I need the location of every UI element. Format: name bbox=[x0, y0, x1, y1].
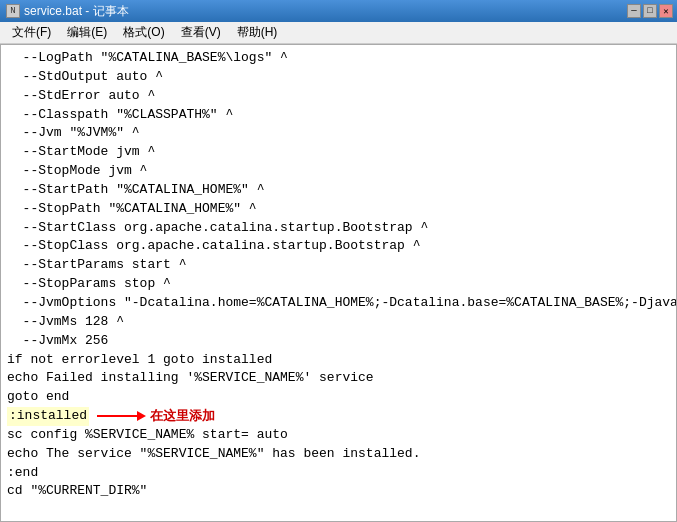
editor-line: --StdError auto ^ bbox=[7, 87, 670, 106]
editor-line: --StartPath "%CATALINA_HOME%" ^ bbox=[7, 181, 670, 200]
editor-line: --StopClass org.apache.catalina.startup.… bbox=[7, 237, 670, 256]
editor-line: --Classpath "%CLASSPATH%" ^ bbox=[7, 106, 670, 125]
highlighted-line: :installed在这里添加 bbox=[7, 407, 670, 426]
sc-config-line: :installed bbox=[7, 407, 89, 426]
menu-format[interactable]: 格式(O) bbox=[115, 22, 172, 43]
editor-line: cd "%CURRENT_DIR%" bbox=[7, 482, 670, 501]
app-icon: N bbox=[6, 4, 20, 18]
editor-line: --StartParams start ^ bbox=[7, 256, 670, 275]
echo-installed-line: sc config %SERVICE_NAME% start= auto bbox=[7, 426, 670, 445]
title-bar: N service.bat - 记事本 ─ □ ✕ bbox=[0, 0, 677, 22]
editor-line: goto end bbox=[7, 388, 670, 407]
editor-line: --JvmMx 256 bbox=[7, 332, 670, 351]
editor-line: --StartMode jvm ^ bbox=[7, 143, 670, 162]
arrow-shaft bbox=[97, 415, 137, 417]
editor-line: echo The service "%SERVICE_NAME%" has be… bbox=[7, 445, 670, 464]
editor-line: --JvmOptions "-Dcatalina.home=%CATALINA_… bbox=[7, 294, 670, 313]
editor-content: --LogPath "%CATALINA_BASE%\logs" ^ --Std… bbox=[1, 45, 676, 505]
window-title: service.bat - 记事本 bbox=[24, 3, 129, 20]
window-controls: ─ □ ✕ bbox=[627, 4, 673, 18]
minimize-button[interactable]: ─ bbox=[627, 4, 641, 18]
editor-line: :end bbox=[7, 464, 670, 483]
maximize-button[interactable]: □ bbox=[643, 4, 657, 18]
annotation-label: 在这里添加 bbox=[150, 407, 215, 426]
menu-bar: 文件(F) 编辑(E) 格式(O) 查看(V) 帮助(H) bbox=[0, 22, 677, 44]
editor-area[interactable]: --LogPath "%CATALINA_BASE%\logs" ^ --Std… bbox=[0, 44, 677, 522]
editor-line: --StopPath "%CATALINA_HOME%" ^ bbox=[7, 200, 670, 219]
editor-line: --Jvm "%JVM%" ^ bbox=[7, 124, 670, 143]
annotation-arrow: 在这里添加 bbox=[97, 407, 215, 426]
editor-line: if not errorlevel 1 goto installed bbox=[7, 351, 670, 370]
close-button[interactable]: ✕ bbox=[659, 4, 673, 18]
editor-line: --StopMode jvm ^ bbox=[7, 162, 670, 181]
editor-line: echo Failed installing '%SERVICE_NAME%' … bbox=[7, 369, 670, 388]
editor-line: --StdOutput auto ^ bbox=[7, 68, 670, 87]
arrow-head-icon bbox=[137, 411, 146, 421]
editor-line: --StopParams stop ^ bbox=[7, 275, 670, 294]
title-bar-left: N service.bat - 记事本 bbox=[6, 3, 129, 20]
menu-help[interactable]: 帮助(H) bbox=[229, 22, 286, 43]
editor-line: --JvmMs 128 ^ bbox=[7, 313, 670, 332]
menu-view[interactable]: 查看(V) bbox=[173, 22, 229, 43]
editor-line: --LogPath "%CATALINA_BASE%\logs" ^ bbox=[7, 49, 670, 68]
menu-file[interactable]: 文件(F) bbox=[4, 22, 59, 43]
menu-edit[interactable]: 编辑(E) bbox=[59, 22, 115, 43]
editor-line: --StartClass org.apache.catalina.startup… bbox=[7, 219, 670, 238]
